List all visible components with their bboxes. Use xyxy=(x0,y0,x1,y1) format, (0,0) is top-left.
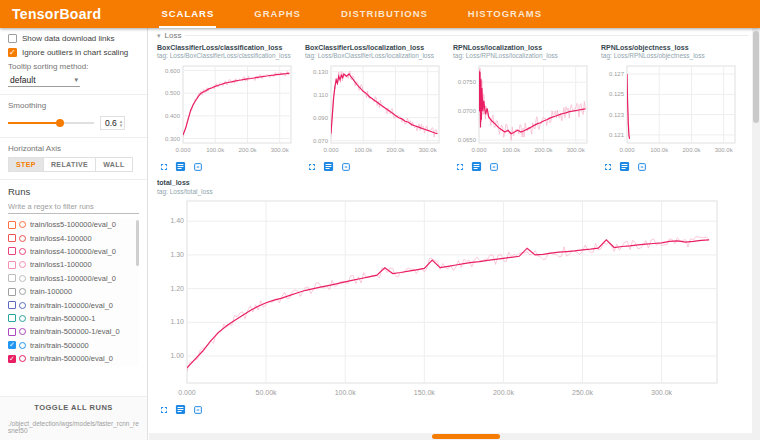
spinner-arrows-icon[interactable]: ▴▾ xyxy=(120,119,123,127)
run-item[interactable]: train/loss1-100000/eval_0 xyxy=(8,272,139,285)
run-item[interactable]: train/train-100000/eval_0 xyxy=(8,298,139,311)
fit-domain-icon[interactable] xyxy=(191,160,204,173)
run-item[interactable]: train/loss5-100000/eval_0 xyxy=(8,218,139,231)
horizontal-scrollbar[interactable] xyxy=(149,433,752,440)
run-checkbox[interactable] xyxy=(8,314,16,322)
tab-scalars[interactable]: SCALARS xyxy=(159,0,216,28)
run-isolator-icon[interactable] xyxy=(19,302,26,309)
data-table-icon[interactable] xyxy=(174,160,187,173)
tooltip-sort-select[interactable]: default ▾ xyxy=(8,74,80,87)
svg-text:100.0k: 100.0k xyxy=(354,147,373,153)
run-isolator-icon[interactable] xyxy=(19,248,26,255)
axis-wall-button[interactable]: WALL xyxy=(96,157,132,172)
smoothing-value-input[interactable]: 0.6 ▴▾ xyxy=(100,116,125,130)
horizontal-scrollbar-thumb[interactable] xyxy=(432,434,500,439)
chart-actions xyxy=(305,160,443,173)
horizontal-axis-selector: STEP RELATIVE WALL xyxy=(8,157,139,172)
tab-distributions[interactable]: DISTRIBUTIONS xyxy=(339,0,430,28)
chart-actions xyxy=(453,160,591,173)
scalars-dashboard: ▾ Loss BoxClassifierLoss/classification_… xyxy=(149,28,752,433)
run-label: train/train-500000 xyxy=(30,341,134,350)
data-table-icon[interactable] xyxy=(174,403,187,416)
checkbox-icon[interactable] xyxy=(8,48,17,57)
runs-filter-input[interactable] xyxy=(8,200,139,214)
data-table-icon[interactable] xyxy=(618,160,631,173)
smoothing-slider[interactable] xyxy=(8,118,94,128)
fullscreen-icon[interactable] xyxy=(157,160,170,173)
fullscreen-icon[interactable] xyxy=(453,160,466,173)
svg-text:200.0k: 200.0k xyxy=(386,147,405,153)
chart-plot[interactable]: 1.001.101.201.301.400.00050.00k100.0k150… xyxy=(157,197,727,397)
run-isolator-icon[interactable] xyxy=(19,288,26,295)
svg-text:50.00k: 50.00k xyxy=(256,389,278,396)
svg-text:0.090: 0.090 xyxy=(313,115,329,121)
svg-text:0.0650: 0.0650 xyxy=(458,137,477,143)
fit-domain-icon[interactable] xyxy=(487,160,500,173)
tab-graphs[interactable]: GRAPHS xyxy=(252,0,303,28)
fit-domain-icon[interactable] xyxy=(191,403,204,416)
svg-text:1.20: 1.20 xyxy=(170,285,184,292)
run-item[interactable]: train/train-500000-1/eval_0 xyxy=(8,325,139,338)
svg-text:0.600: 0.600 xyxy=(165,68,181,74)
svg-text:200.0k: 200.0k xyxy=(493,389,515,396)
run-isolator-icon[interactable] xyxy=(19,275,26,282)
fullscreen-icon[interactable] xyxy=(601,160,614,173)
axis-step-button[interactable]: STEP xyxy=(8,157,44,172)
run-checkbox[interactable] xyxy=(8,274,16,282)
tag-group-header[interactable]: ▾ Loss xyxy=(157,31,748,40)
svg-text:0.000: 0.000 xyxy=(619,147,635,153)
run-checkbox[interactable] xyxy=(8,288,16,296)
run-item[interactable]: train/loss4-100000/eval_0 xyxy=(8,245,139,258)
svg-text:300.0k: 300.0k xyxy=(715,147,734,153)
chart-tag: tag: Loss/RPNLoss/localization_loss xyxy=(453,52,591,60)
vertical-scrollbar[interactable] xyxy=(752,28,760,440)
run-isolator-icon[interactable] xyxy=(19,328,26,335)
fit-domain-icon[interactable] xyxy=(339,160,352,173)
run-isolator-icon[interactable] xyxy=(19,221,26,228)
run-item[interactable]: train/train-500000 xyxy=(8,339,139,352)
fit-domain-icon[interactable] xyxy=(635,160,648,173)
fullscreen-icon[interactable] xyxy=(305,160,318,173)
run-item[interactable]: train/loss1-100000 xyxy=(8,258,139,271)
chart-title: RPNLoss/localization_loss xyxy=(453,44,591,52)
checkbox-icon[interactable] xyxy=(8,34,17,43)
svg-text:0.500: 0.500 xyxy=(165,90,181,96)
app-title: TensorBoard xyxy=(12,6,101,22)
run-isolator-icon[interactable] xyxy=(19,235,26,242)
run-checkbox[interactable] xyxy=(8,247,16,255)
run-isolator-icon[interactable] xyxy=(19,315,26,322)
run-checkbox[interactable] xyxy=(8,328,16,336)
chart-plot[interactable]: 0.06500.07000.07500.000100.0k200.0k300.0… xyxy=(453,62,591,154)
slider-handle[interactable] xyxy=(56,119,64,127)
run-isolator-icon[interactable] xyxy=(19,355,26,362)
fullscreen-icon[interactable] xyxy=(157,403,170,416)
option-show-data-download-links[interactable]: Show data download links xyxy=(8,34,139,43)
chart-title: BoxClassifierLoss/classification_loss xyxy=(157,44,295,52)
run-item[interactable]: train/loss4-100000 xyxy=(8,231,139,244)
vertical-scrollbar-thumb[interactable] xyxy=(753,31,759,123)
chart-plot[interactable]: 0.1210.1230.1250.1270.000100.0k200.0k300… xyxy=(601,62,739,154)
run-checkbox[interactable] xyxy=(8,221,16,229)
run-item[interactable]: train/train-500000-1 xyxy=(8,312,139,325)
run-isolator-icon[interactable] xyxy=(19,342,26,349)
run-checkbox[interactable] xyxy=(8,341,16,349)
run-checkbox[interactable] xyxy=(8,355,16,363)
run-label: train/loss5-100000/eval_0 xyxy=(30,220,134,229)
option-ignore-outliers[interactable]: Ignore outliers in chart scaling xyxy=(8,48,139,57)
tab-histograms[interactable]: HISTOGRAMS xyxy=(466,0,544,28)
svg-text:0.000: 0.000 xyxy=(471,147,487,153)
runs-scrollbar-thumb[interactable] xyxy=(136,220,139,266)
chart-plot[interactable]: 0.0700.0900.1100.1300.000100.0k200.0k300… xyxy=(305,62,443,154)
run-item[interactable]: train-100000 xyxy=(8,285,139,298)
run-isolator-icon[interactable] xyxy=(19,261,26,268)
data-table-icon[interactable] xyxy=(470,160,483,173)
run-item[interactable]: train/train-500000/eval_0 xyxy=(8,352,139,365)
data-table-icon[interactable] xyxy=(322,160,335,173)
run-checkbox[interactable] xyxy=(8,301,16,309)
axis-relative-button[interactable]: RELATIVE xyxy=(44,157,96,172)
run-checkbox[interactable] xyxy=(8,261,16,269)
chart-plot[interactable]: 0.3000.4000.5000.6000.000100.0k200.0k300… xyxy=(157,62,295,154)
tag-group-title: Loss xyxy=(165,31,182,40)
run-checkbox[interactable] xyxy=(8,234,16,242)
toggle-all-runs-button[interactable]: TOGGLE ALL RUNS xyxy=(0,397,147,418)
